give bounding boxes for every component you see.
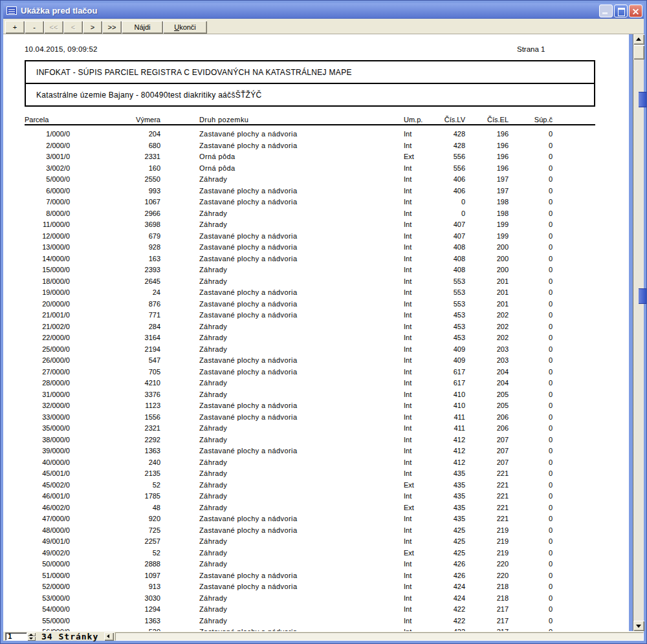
cell-parcela: 46/001/0 [25, 491, 70, 500]
cell-cis-el: 220 [476, 559, 509, 568]
table-row: 15/000/0 2393 Záhrady Int 408 200 0 [25, 265, 595, 277]
cell-sup-c: 0 [520, 559, 553, 568]
find-button[interactable]: Nájdi [122, 21, 163, 34]
table-row: 3/001/0 2331 Orná pôda Ext 556 196 0 [25, 152, 595, 164]
vertical-scrollbar[interactable] [633, 34, 644, 631]
cell-parcela: 13/000/0 [25, 242, 70, 252]
cell-cis-lv: 428 [432, 129, 465, 138]
table-body: 1/000/0 204 Zastavané plochy a nádvoria … [25, 129, 595, 631]
cell-vymera: 725 [101, 526, 160, 535]
scroll-down-icon[interactable] [633, 621, 644, 631]
cell-cis-el: 207 [476, 458, 509, 467]
right-border-tab-top [639, 92, 646, 107]
cell-druh-pozemku: Orná pôda [199, 164, 400, 173]
scroll-left-icon[interactable] [104, 632, 114, 641]
cell-cis-el: 202 [476, 322, 509, 331]
cell-um-p: Int [404, 435, 432, 444]
cell-parcela: 3/002/0 [25, 164, 70, 173]
first-page-button[interactable]: << [44, 21, 63, 34]
cell-parcela: 1/000/0 [25, 129, 70, 138]
cell-um-p: Int [404, 559, 432, 568]
cell-druh-pozemku: Záhrady [199, 537, 400, 546]
cell-sup-c: 0 [520, 514, 553, 523]
cell-um-p: Int [404, 186, 432, 195]
minimize-button[interactable] [599, 5, 613, 17]
cell-cis-lv: 426 [432, 571, 465, 580]
cell-vymera: 2257 [101, 537, 160, 546]
cell-sup-c: 0 [520, 152, 553, 161]
zoom-out-button[interactable]: - [25, 21, 44, 34]
cell-cis-el: 219 [476, 548, 509, 557]
titlebar[interactable]: Ukážka pred tlačou [3, 3, 644, 19]
cell-vymera: 3030 [101, 594, 160, 603]
table-row: 1/000/0 204 Zastavané plochy a nádvoria … [25, 129, 595, 141]
horizontal-scrollbar-track[interactable] [115, 632, 644, 641]
zoom-in-button[interactable]: + [5, 21, 25, 34]
cell-sup-c: 0 [520, 220, 553, 229]
page-number-input[interactable]: 1 [5, 632, 27, 641]
cell-sup-c: 0 [520, 571, 553, 580]
cell-druh-pozemku: Záhrady [199, 491, 400, 500]
cell-um-p: Int [404, 254, 432, 263]
cell-druh-pozemku: Zastavané plochy a nádvoria [199, 242, 400, 252]
cell-sup-c: 0 [520, 277, 553, 286]
cell-vymera: 2292 [101, 435, 160, 444]
cell-vymera: 913 [101, 582, 160, 591]
spin-down-icon[interactable] [27, 636, 36, 641]
cell-druh-pozemku: Zastavané plochy a nádvoria [199, 367, 400, 376]
cell-druh-pozemku: Zastavané plochy a nádvoria [199, 526, 400, 535]
table-row: 11/000/0 3698 Záhrady Int 407 199 0 [25, 220, 595, 231]
cell-druh-pozemku: Záhrady [199, 435, 400, 444]
page-count-label: 34 Stránky [41, 632, 98, 641]
report-title: INFOKAT - SÚPIS PARCIEL REGISTRA C EVIDO… [36, 68, 352, 77]
cell-um-p: Int [404, 164, 432, 173]
cell-um-p: Int [404, 231, 432, 241]
statusbar: 1 34 Stránky [3, 631, 644, 641]
report-subtitle-box: Katastrálne územie Bajany - 800490test d… [25, 83, 595, 107]
cell-cis-el: 199 [476, 231, 509, 241]
column-header-sup-c: Súp.č [520, 115, 553, 124]
next-page-button[interactable]: > [83, 21, 102, 34]
cell-um-p: Int [404, 333, 432, 342]
cell-sup-c: 0 [520, 424, 553, 433]
cell-parcela: 45/002/0 [25, 480, 70, 489]
cell-vymera: 1294 [101, 605, 160, 614]
cell-um-p: Ext [404, 480, 432, 489]
cell-cis-lv: 410 [432, 390, 465, 399]
cell-parcela: 20/000/0 [25, 299, 70, 308]
close-preview-button[interactable]: Ukonči [163, 21, 207, 34]
cell-cis-el: 206 [476, 413, 509, 422]
table-row: 49/001/0 2257 Záhrady Int 425 219 0 [25, 537, 595, 548]
vertical-scrollbar-thumb[interactable] [633, 45, 644, 59]
cell-um-p: Int [404, 345, 432, 354]
cell-um-p: Int [404, 514, 432, 523]
cell-um-p: Int [404, 582, 432, 591]
cell-cis-el: 202 [476, 310, 509, 319]
cell-cis-lv: 425 [432, 526, 465, 535]
table-row: 26/000/0 547 Zastavané plochy a nádvoria… [25, 356, 595, 367]
column-header-cis-lv: Čís.LV [432, 115, 465, 124]
cell-um-p: Int [404, 605, 432, 614]
cell-vymera: 2645 [101, 277, 160, 286]
cell-sup-c: 0 [520, 401, 553, 410]
cell-cis-el: 197 [476, 186, 509, 195]
cell-druh-pozemku: Zastavané plochy a nádvoria [199, 571, 400, 580]
cell-cis-el: 198 [476, 197, 509, 206]
cell-cis-el: 217 [476, 605, 509, 614]
table-row: 46/001/0 1785 Záhrady Int 435 221 0 [25, 491, 595, 503]
last-page-button[interactable]: >> [102, 21, 122, 34]
scroll-up-icon[interactable] [633, 34, 644, 45]
cell-druh-pozemku: Záhrady [199, 616, 400, 625]
prev-page-button[interactable]: < [63, 21, 83, 34]
maximize-button[interactable] [614, 5, 628, 17]
close-icon[interactable] [629, 5, 642, 17]
cell-parcela: 31/000/0 [25, 390, 70, 399]
cell-sup-c: 0 [520, 582, 553, 591]
column-header-parcela: Parcela [25, 115, 70, 124]
cell-cis-el: 203 [476, 356, 509, 365]
table-row: 45/002/0 52 Záhrady Ext 435 221 0 [25, 480, 595, 492]
cell-cis-lv: 422 [432, 605, 465, 614]
cell-cis-lv: 407 [432, 220, 465, 229]
cell-druh-pozemku: Zastavané plochy a nádvoria [199, 288, 400, 297]
cell-cis-el: 196 [476, 152, 509, 161]
